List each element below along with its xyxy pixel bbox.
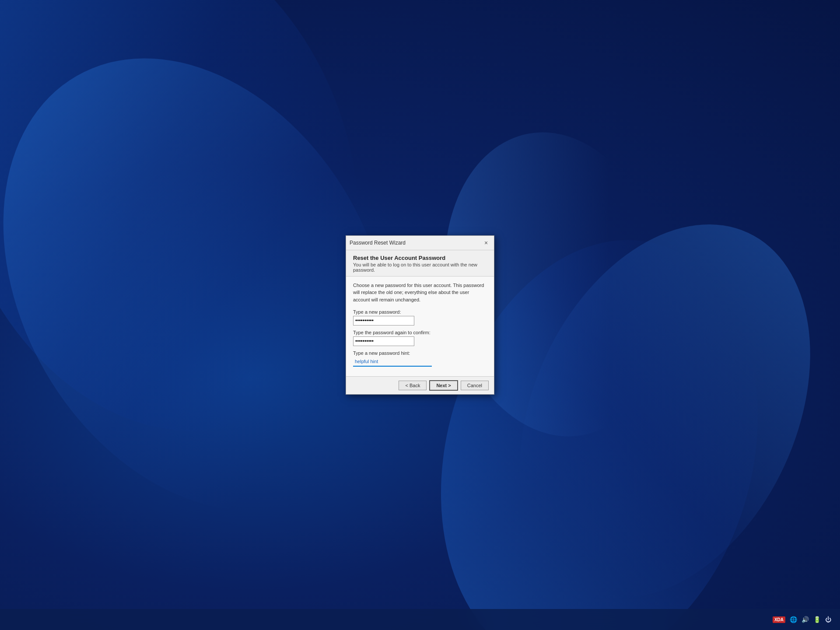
dialog-footer: < Back Next > Cancel <box>346 376 494 394</box>
hint-input[interactable] <box>353 357 432 367</box>
dialog-description: Choose a new password for this user acco… <box>353 282 487 304</box>
back-button[interactable]: < Back <box>399 381 427 390</box>
password-reset-dialog: Password Reset Wizard × Reset the User A… <box>346 235 494 395</box>
password-label: Type a new password: <box>353 309 487 315</box>
dialog-header-subtitle: You will be able to log on to this user … <box>353 262 487 273</box>
confirm-field-group: Type the password again to confirm: <box>353 330 487 346</box>
dialog-titlebar: Password Reset Wizard × <box>346 236 494 250</box>
hint-field-group: Type a new password hint: <box>353 350 487 367</box>
cancel-button[interactable]: Cancel <box>461 381 489 390</box>
dialog-overlay: Password Reset Wizard × Reset the User A… <box>0 0 840 630</box>
next-button[interactable]: Next > <box>429 380 458 391</box>
close-button[interactable]: × <box>482 238 490 247</box>
password-input[interactable] <box>353 316 414 326</box>
dialog-header-title: Reset the User Account Password <box>353 255 487 261</box>
confirm-label: Type the password again to confirm: <box>353 330 487 335</box>
dialog-header: Reset the User Account Password You will… <box>346 250 494 276</box>
dialog-body: Choose a new password for this user acco… <box>346 276 494 377</box>
confirm-input[interactable] <box>353 336 414 346</box>
hint-label: Type a new password hint: <box>353 350 487 356</box>
dialog-title: Password Reset Wizard <box>350 240 406 246</box>
password-field-group: Type a new password: <box>353 309 487 326</box>
